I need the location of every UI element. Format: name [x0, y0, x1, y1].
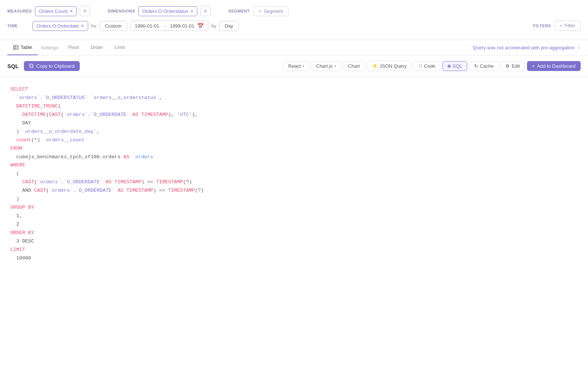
add-filter-btn[interactable]: + Filter [554, 21, 581, 31]
orders-orderstatus-text: Orders O Orderstatus [142, 8, 188, 14]
sql-token: 3 DESC [16, 238, 34, 244]
sql-token: ), [168, 112, 177, 117]
sql-line: 1, [10, 212, 578, 220]
add-dashboard-plus: + [532, 63, 535, 69]
sql-token: `orders__count` [43, 137, 88, 143]
sql-line: DATETIME(CAST(`orders`.`O_ORDERDATE` AS … [10, 111, 578, 119]
tab-limit[interactable]: Limit [109, 40, 130, 55]
date-from: 1990-01-01 [135, 23, 159, 29]
sql-token [129, 154, 132, 160]
pre-agg-link[interactable]: Query was not accelerated with pre-aggre… [473, 45, 581, 50]
tab-pivot-label: Pivot [68, 45, 79, 50]
filters-section: FILTERS + Filter [533, 21, 581, 31]
sql-token: ), [192, 112, 198, 117]
sql-token: ( [61, 112, 64, 117]
time-field-text: Orders O Orderdate [36, 23, 79, 29]
react-arrow: ▾ [302, 64, 304, 68]
tab-order[interactable]: Order [85, 40, 109, 55]
dimensions-label: DIMENSIONS [108, 9, 135, 13]
sql-token: TIMESTAMP [115, 179, 141, 185]
svg-rect-0 [14, 45, 18, 50]
sql-token: ( [16, 171, 19, 176]
chartjs-btn[interactable]: Chart.js ▾ [311, 61, 341, 71]
sql-token: DATETIME [22, 112, 46, 117]
by-label: by [211, 23, 216, 29]
sql-token: ORDER BY [10, 230, 34, 236]
sql-line: LIMIT [10, 246, 578, 254]
date-to: 1999-01-01 [170, 23, 194, 29]
lightning-icon: ⚡ [372, 63, 378, 69]
orders-orderstatus-remove[interactable]: × [190, 8, 193, 14]
sql-line: ( [10, 170, 578, 178]
filters-label: FILTERS [533, 24, 551, 28]
chart-btn[interactable]: Chart [343, 61, 365, 71]
add-dimension-btn[interactable]: + [200, 6, 211, 16]
custom-date-btn[interactable]: Custom [100, 21, 127, 31]
orders-count-remove[interactable]: × [70, 8, 73, 14]
sql-line: ORDER BY [10, 229, 578, 237]
for-label: for [91, 23, 97, 29]
time-field-tag: Orders O Orderdate × [32, 21, 88, 31]
sql-token: `orders`.`O_ORDERSTATUS` [16, 95, 87, 100]
sql-token: DATETIME_TRUNC [16, 103, 58, 109]
sql-bar: SQL Copy to Clipboard React ▾ Chart.js ▾… [0, 56, 588, 77]
react-btn[interactable]: React ▾ [283, 61, 309, 71]
sql-line: AND CAST(`orders`.`O_ORDERDATE` AS TIMES… [10, 187, 578, 195]
time-field-remove[interactable]: × [81, 23, 84, 28]
sql-token: , [97, 129, 100, 134]
segment-label: SEGMENT [228, 9, 250, 13]
copy-clipboard-btn[interactable]: Copy to Clipboard [24, 61, 80, 71]
svg-rect-5 [29, 64, 32, 67]
tab-pivot[interactable]: Pivot [62, 40, 85, 55]
code-label: Code [424, 63, 435, 69]
sql-token: cubejs_benchmarks_tpch_sf100.orders [16, 154, 123, 160]
chart-label: Chart [348, 63, 360, 69]
sql-line: DAY [10, 119, 578, 128]
sql-token: DAY [22, 120, 31, 126]
sql-line: count(*) `orders__count` [10, 136, 578, 145]
sql-token: ) >= [141, 179, 157, 185]
date-arrow: → [162, 23, 167, 29]
sql-token: SELECT [10, 86, 28, 92]
sql-line: WHERE [10, 161, 578, 170]
sql-label: SQL [7, 63, 19, 69]
sql-tab-btn[interactable]: ◉ SQL [442, 61, 467, 71]
sql-token: (?) [183, 179, 192, 185]
cache-icon: ↻ [474, 63, 478, 69]
sql-line: 3 DESC [10, 237, 578, 246]
sql-token: CAST [49, 112, 61, 117]
orders-orderstatus-tag: Orders O Orderstatus × [138, 6, 197, 16]
segment-plus: + [259, 8, 262, 14]
filter-plus: + [560, 23, 563, 28]
sql-token [88, 95, 91, 100]
sql-token: count [16, 137, 31, 143]
add-dashboard-btn[interactable]: + Add to Dashboard [527, 61, 581, 71]
add-segment-btn[interactable]: + Segment [253, 6, 288, 16]
sql-circle-icon: ◉ [447, 63, 451, 68]
sql-line: GROUP BY [10, 204, 578, 212]
sql-token: , [159, 95, 162, 100]
sql-token: CAST [34, 188, 46, 193]
sql-token: 'UTC' [177, 112, 192, 117]
sql-token: `orders`.`O_ORDERDATE` [64, 112, 129, 117]
sql-token: ) [16, 196, 19, 202]
tab-table[interactable]: Table [7, 40, 38, 55]
time-label: TIME [7, 24, 29, 28]
edit-label: Edit [512, 63, 520, 69]
sql-token: TIMESTAMP [156, 179, 183, 185]
sql-token: `orders__o_orderdate_day` [22, 129, 97, 134]
json-query-btn[interactable]: ⚡ JSON Query [367, 61, 412, 71]
sql-token: ( [58, 103, 61, 109]
sql-token: AS [118, 188, 123, 193]
edit-btn[interactable]: ⚙ Edit [501, 61, 524, 71]
code-btn[interactable]: ⊡ Code [414, 61, 440, 71]
sql-token: `orders__o_orderstatus` [91, 95, 159, 100]
date-range[interactable]: 1990-01-01 → 1999-01-01 📅 [130, 21, 208, 31]
cache-btn[interactable]: ↻ Cache [469, 61, 499, 71]
react-label: React [288, 63, 301, 69]
table-icon [13, 45, 18, 50]
granularity-btn[interactable]: Day [219, 21, 239, 31]
sql-token: TIMESTAMP [141, 112, 168, 117]
add-measure-btn[interactable]: + [80, 6, 90, 16]
sql-token: 1, [16, 213, 22, 219]
